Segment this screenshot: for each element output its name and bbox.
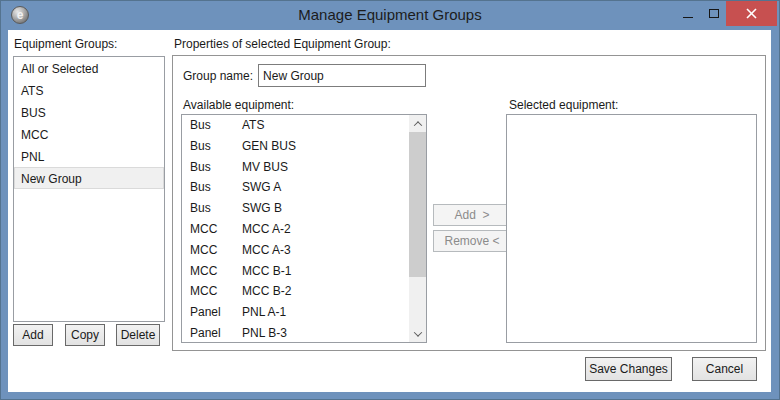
- minimize-icon: [683, 17, 693, 18]
- available-equipment-list[interactable]: BusATSBusGEN BUSBusMV BUSBusSWG ABusSWG …: [181, 114, 427, 343]
- save-changes-button[interactable]: Save Changes: [585, 357, 672, 381]
- equipment-group-item[interactable]: PNL: [14, 145, 164, 167]
- scroll-up-button[interactable]: [409, 115, 426, 132]
- cancel-button[interactable]: Cancel: [692, 357, 757, 381]
- chevron-up-icon: [413, 121, 421, 129]
- maximize-icon: [709, 9, 719, 18]
- properties-groupbox: Group name: Available equipment: BusATSB…: [172, 55, 766, 351]
- equipment-row[interactable]: BusGEN BUS: [182, 136, 409, 157]
- scroll-down-button[interactable]: [409, 325, 426, 342]
- maximize-button[interactable]: [702, 1, 726, 26]
- scrollbar-thumb[interactable]: [409, 132, 426, 277]
- available-list-scrollbar[interactable]: [409, 115, 426, 342]
- properties-section-label: Properties of selected Equipment Group:: [174, 37, 391, 51]
- equipment-groups-list[interactable]: All or SelectedATSBUSMCCPNLNew Group: [13, 56, 165, 322]
- selected-equipment-rows: [507, 115, 756, 342]
- selected-equipment-list[interactable]: [506, 114, 757, 343]
- equipment-row[interactable]: BusSWG B: [182, 198, 409, 219]
- equipment-row[interactable]: PanelPNL B-3: [182, 323, 409, 343]
- equipment-group-item[interactable]: BUS: [14, 101, 164, 123]
- equipment-group-item[interactable]: All or Selected: [14, 57, 164, 79]
- close-icon: [746, 8, 757, 19]
- equipment-row[interactable]: MCCMCC B-2: [182, 281, 409, 302]
- equipment-row[interactable]: MCCMCC B-1: [182, 261, 409, 282]
- available-equipment-rows: BusATSBusGEN BUSBusMV BUSBusSWG ABusSWG …: [182, 115, 409, 342]
- equipment-row[interactable]: BusSWG A: [182, 177, 409, 198]
- equipment-row[interactable]: MCCMCC A-3: [182, 240, 409, 261]
- equipment-groups-label: Equipment Groups:: [14, 37, 117, 51]
- equipment-row[interactable]: BusMV BUS: [182, 157, 409, 178]
- window-title: Manage Equipment Groups: [0, 0, 780, 30]
- group-name-label: Group name:: [183, 69, 253, 83]
- dialog-window: e Manage Equipment Groups Equipment Grou…: [0, 0, 780, 400]
- minimize-button[interactable]: [676, 1, 700, 26]
- equipment-row[interactable]: BusATS: [182, 115, 409, 136]
- equipment-row[interactable]: MCCMCC A-2: [182, 219, 409, 240]
- available-equipment-label: Available equipment:: [183, 98, 294, 112]
- add-equipment-button[interactable]: Add >: [433, 204, 511, 226]
- equipment-row[interactable]: PanelPNL A-1: [182, 302, 409, 323]
- dialog-content: Equipment Groups: All or SelectedATSBUSM…: [8, 30, 771, 392]
- remove-equipment-button[interactable]: Remove <: [433, 230, 511, 252]
- titlebar[interactable]: e Manage Equipment Groups: [0, 0, 780, 30]
- equipment-group-item[interactable]: ATS: [14, 79, 164, 101]
- group-name-input[interactable]: [258, 64, 426, 87]
- delete-group-button[interactable]: Delete: [116, 324, 160, 346]
- selected-equipment-label: Selected equipment:: [509, 98, 618, 112]
- add-group-button[interactable]: Add: [13, 324, 53, 346]
- copy-group-button[interactable]: Copy: [65, 324, 105, 346]
- close-button[interactable]: [726, 1, 777, 26]
- equipment-group-item[interactable]: MCC: [14, 123, 164, 145]
- equipment-group-item[interactable]: New Group: [14, 167, 164, 189]
- chevron-down-icon: [413, 328, 421, 336]
